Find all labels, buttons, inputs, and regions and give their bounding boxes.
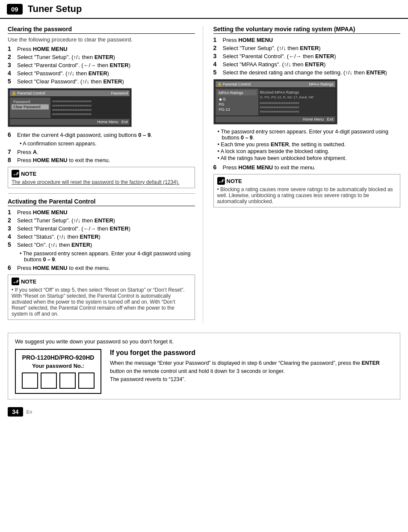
right-column: Setting the voluntary movie rating syste…	[212, 26, 401, 323]
left-column: Clearing the password Use the following …	[8, 26, 203, 323]
mpaa-step-2: 2 Select "Tuner Setup". (↑/↓ then ENTER)	[213, 44, 401, 51]
password-field-1[interactable]	[22, 372, 38, 389]
forget-password-section: If you forget the password When the mess…	[110, 349, 393, 394]
page-number: 34	[8, 407, 23, 417]
page-footer: 34 En	[0, 405, 408, 419]
mpaa-step-5: 5 Select the desired rating and change t…	[213, 69, 401, 76]
activating-step-2: 2 Select "Tuner Setup". (↑/↓ then ENTER)	[8, 217, 195, 224]
model-name: PRO-1120HD/PRO-920HD	[22, 354, 95, 361]
password-screen-mock: 🔒 Parental Control Password Password Cle…	[8, 88, 132, 127]
tip-content: PRO-1120HD/PRO-920HD Your password No.: …	[15, 349, 393, 394]
section-activating-title: Activating the Parental Control	[8, 198, 195, 206]
chapter-badge: 09	[7, 4, 23, 15]
activating-step-1: 1 Press HOME MENU	[8, 209, 195, 216]
activating-steps-list: 1 Press HOME MENU 2 Select "Tuner Setup"…	[8, 209, 195, 248]
clearing-step-4: 4 Select "Password". (↑/↓ then ENTER)	[8, 70, 195, 77]
clearing-step-1: 1 Press HOME MENU	[8, 45, 195, 52]
clearing-step-8: 8 Press HOME MENU to exit the menu.	[8, 157, 195, 163]
note-icon-3: 𝒩	[217, 177, 225, 185]
page-header: 09 Tuner Setup	[0, 0, 408, 19]
note-icon-2: 𝒩	[12, 278, 19, 285]
section-clearing-subtitle: Use the following procedure to clear the…	[8, 36, 195, 43]
forget-title: If you forget the password	[110, 349, 393, 357]
clearing-bullets: A confirmation screen appears.	[15, 141, 195, 147]
mpaa-step-4: 4 Select "MPAA Ratings". (↑/↓ then ENTER…	[213, 61, 401, 68]
note-icon: 𝒩	[12, 170, 19, 177]
mpaa-steps-list2: 6 Press HOME MENU to exit the menu.	[213, 164, 401, 171]
clearing-step-5: 5 Select "Clear Password". (↑/↓ then ENT…	[8, 78, 195, 85]
section-mpaa-title: Setting the voluntary movie rating syste…	[213, 26, 401, 34]
section-divider	[8, 193, 195, 194]
mpaa-step-6: 6 Press HOME MENU to exit the menu.	[213, 164, 401, 171]
note-mpaa: 𝒩 NOTE • Blocking a rating causes more s…	[213, 174, 401, 207]
activating-steps-list2: 6 Press HOME MENU to exit the menu.	[8, 264, 195, 271]
password-label: Your password No.:	[32, 363, 84, 369]
activating-step-6: 6 Press HOME MENU to exit the menu.	[8, 264, 195, 271]
clearing-step-7: 7 Press A.	[8, 148, 195, 155]
password-field-2[interactable]	[41, 372, 57, 389]
activating-step-3: 3 Select "Parental Control". (←/→ then E…	[8, 225, 195, 232]
activating-step-4: 4 Select "Status". (↑/↓ then ENTER)	[8, 233, 195, 240]
password-record-box: PRO-1120HD/PRO-920HD Your password No.:	[15, 349, 101, 394]
mpaa-bullets: The password entry screen appears. Enter…	[213, 129, 401, 161]
password-fields	[22, 372, 95, 389]
content-wrapper: Clearing the password Use the following …	[0, 19, 408, 328]
clearing-step-3: 3 Select "Parental Control". (←/→ then E…	[8, 62, 195, 68]
mpaa-screen-mock: 🔒 Parental Control MPAA Ratings MPAA Rat…	[213, 79, 337, 124]
section-clearing-title: Clearing the password	[8, 26, 195, 34]
clearing-step-2: 2 Select "Tuner Setup". (↑/↓ then ENTER)	[8, 53, 195, 60]
activating-bullets: The password entry screen appears. Enter…	[15, 251, 195, 263]
mpaa-step-1: 1 Press HOME MENU	[213, 36, 401, 43]
activating-step-5: 5 Select "On". (↑/↓ then ENTER)	[8, 241, 195, 248]
forget-body: When the message “Enter your Password” i…	[110, 359, 393, 383]
bottom-tip-box: We suggest you write down your password …	[8, 333, 400, 399]
password-field-4[interactable]	[78, 372, 95, 389]
tip-intro: We suggest you write down your password …	[15, 338, 393, 345]
clearing-steps-list2: 6 Enter the current 4-digit password, us…	[8, 131, 195, 138]
lang-label: En	[27, 409, 32, 414]
clearing-steps-list3: 7 Press A. 8 Press HOME MENU to exit the…	[8, 148, 195, 163]
password-field-3[interactable]	[59, 372, 76, 389]
mpaa-steps-list: 1 Press HOME MENU 2 Select "Tuner Setup"…	[213, 36, 401, 76]
page-title: Tuner Setup	[28, 3, 82, 15]
mpaa-step-3: 3 Select "Parental Control". (←/→ then E…	[213, 53, 401, 59]
clearing-steps-list: 1 Press HOME MENU 2 Select "Tuner Setup"…	[8, 45, 195, 85]
note-clearing: 𝒩 NOTE The above procedure will reset th…	[8, 167, 195, 188]
note-activating: 𝒩 NOTE • If you select “Off” in step 5, …	[8, 275, 195, 320]
clearing-step-6: 6 Enter the current 4-digit password, us…	[8, 131, 195, 138]
